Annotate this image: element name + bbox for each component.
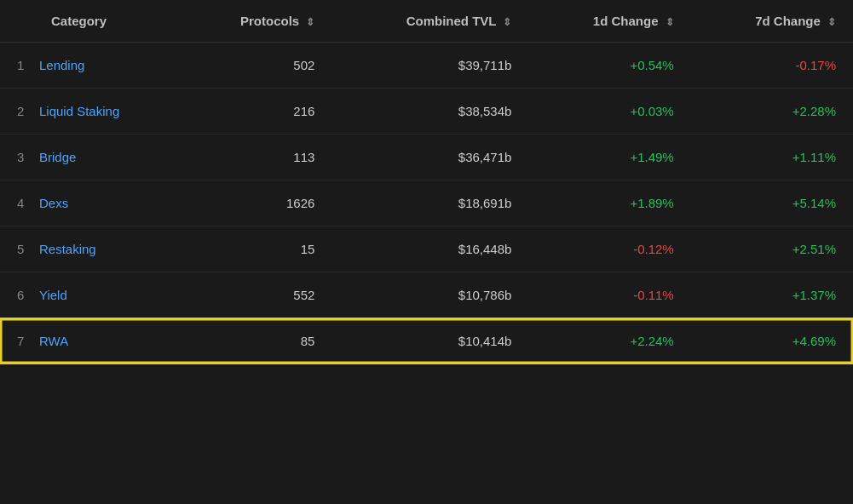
row-tvl: $18,691b: [331, 180, 528, 226]
table-row[interactable]: 3 Bridge 113 $36,471b +1.49% +1.11%: [0, 135, 853, 180]
row-tvl: $39,711b: [331, 43, 528, 89]
protocols-header[interactable]: Protocols ⇕: [179, 0, 332, 43]
row-tvl: $38,534b: [331, 89, 528, 135]
row-change7d: +1.11%: [691, 135, 853, 180]
row-protocols: 85: [179, 318, 332, 364]
row-change1d: -0.11%: [528, 272, 690, 318]
table-row[interactable]: 2 Liquid Staking 216 $38,534b +0.03% +2.…: [0, 89, 853, 135]
row-protocols: 15: [179, 226, 332, 272]
row-category[interactable]: Dexs: [34, 180, 179, 226]
table-row[interactable]: 7 RWA 85 $10,414b +2.24% +4.69%: [0, 318, 853, 364]
table-row[interactable]: 1 Lending 502 $39,711b +0.54% -0.17%: [0, 43, 853, 89]
row-protocols: 1626: [179, 180, 332, 226]
tvl-header[interactable]: Combined TVL ⇕: [331, 0, 528, 43]
defi-categories-table: Category Protocols ⇕ Combined TVL ⇕ 1d C…: [0, 0, 853, 364]
row-change7d: +2.28%: [691, 89, 853, 135]
row-category[interactable]: Yield: [34, 272, 179, 318]
row-rank: 6: [0, 272, 34, 318]
row-tvl: $10,414b: [331, 318, 528, 364]
row-change7d: +5.14%: [691, 180, 853, 226]
row-change7d: +1.37%: [691, 272, 853, 318]
row-change7d: -0.17%: [691, 43, 853, 89]
protocols-sort-icon: ⇕: [306, 16, 314, 28]
row-tvl: $36,471b: [331, 135, 528, 180]
row-rank: 1: [0, 43, 34, 89]
table-row[interactable]: 6 Yield 552 $10,786b -0.11% +1.37%: [0, 272, 853, 318]
row-rank: 7: [0, 318, 34, 364]
row-category[interactable]: Restaking: [34, 226, 179, 272]
category-header: Category: [34, 0, 179, 43]
tvl-sort-icon: ⇕: [503, 16, 511, 28]
row-protocols: 502: [179, 43, 332, 89]
row-protocols: 216: [179, 89, 332, 135]
row-category[interactable]: Lending: [34, 43, 179, 89]
row-category[interactable]: Bridge: [34, 135, 179, 180]
row-change1d: +1.89%: [528, 180, 690, 226]
table-row[interactable]: 4 Dexs 1626 $18,691b +1.89% +5.14%: [0, 180, 853, 226]
row-change1d: +2.24%: [528, 318, 690, 364]
change1d-header[interactable]: 1d Change ⇕: [528, 0, 690, 43]
table-row[interactable]: 5 Restaking 15 $16,448b -0.12% +2.51%: [0, 226, 853, 272]
row-rank: 5: [0, 226, 34, 272]
row-change7d: +4.69%: [691, 318, 853, 364]
change1d-sort-icon: ⇕: [666, 16, 674, 28]
row-change1d: -0.12%: [528, 226, 690, 272]
row-rank: 3: [0, 135, 34, 180]
row-rank: 4: [0, 180, 34, 226]
row-change1d: +1.49%: [528, 135, 690, 180]
row-category[interactable]: RWA: [34, 318, 179, 364]
row-category[interactable]: Liquid Staking: [34, 89, 179, 135]
rank-header: [0, 0, 34, 43]
row-change7d: +2.51%: [691, 226, 853, 272]
row-change1d: +0.54%: [528, 43, 690, 89]
row-protocols: 113: [179, 135, 332, 180]
row-tvl: $10,786b: [331, 272, 528, 318]
table-header-row: Category Protocols ⇕ Combined TVL ⇕ 1d C…: [0, 0, 853, 43]
row-change1d: +0.03%: [528, 89, 690, 135]
change7d-header[interactable]: 7d Change ⇕: [691, 0, 853, 43]
row-tvl: $16,448b: [331, 226, 528, 272]
row-rank: 2: [0, 89, 34, 135]
change7d-sort-icon: ⇕: [827, 16, 836, 28]
row-protocols: 552: [179, 272, 332, 318]
